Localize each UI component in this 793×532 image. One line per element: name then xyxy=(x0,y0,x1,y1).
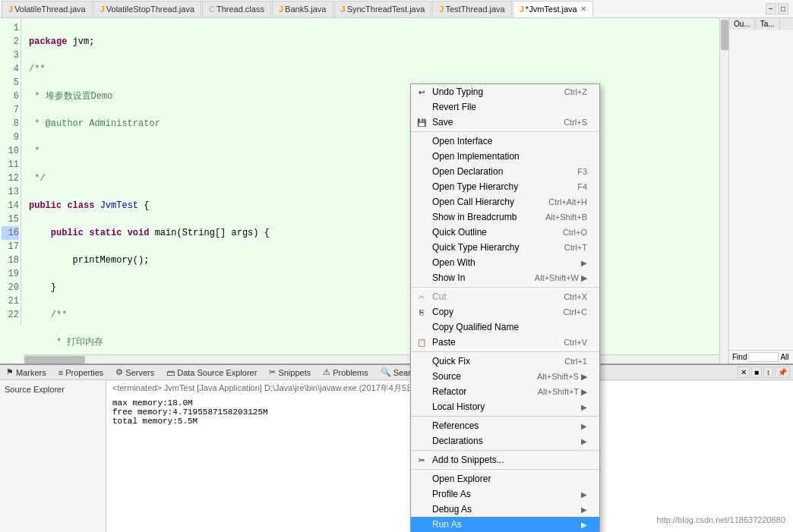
submenu-arrow: ▶ xyxy=(581,403,587,411)
menu-item-paste[interactable]: 📋 Paste Ctrl+V xyxy=(411,335,599,350)
menu-item-add-snippets[interactable]: ✂ Add to Snippets... xyxy=(411,452,599,467)
separator xyxy=(411,469,599,470)
shortcut: Ctrl+V xyxy=(564,338,587,347)
copy-icon: ⎘ xyxy=(415,306,428,318)
menu-label: References xyxy=(432,420,479,431)
menu-item-references[interactable]: References ▶ xyxy=(411,418,599,433)
submenu-arrow: ▶ xyxy=(581,490,587,499)
menu-label: Show in Breadcrumb xyxy=(432,212,517,222)
menu-item-revert[interactable]: Revert File xyxy=(411,99,599,115)
context-menu-overlay[interactable]: ↩ Undo Typing Ctrl+Z Revert File 💾 Save … xyxy=(0,0,793,532)
menu-label: Local History xyxy=(432,401,485,412)
shortcut: Ctrl+C xyxy=(564,307,587,316)
shortcut: Ctrl+T xyxy=(564,243,587,252)
menu-item-local-history[interactable]: Local History ▶ xyxy=(411,399,599,414)
menu-label: Copy xyxy=(432,307,453,317)
submenu-arrow: ▶ xyxy=(581,259,587,267)
menu-label: Revert File xyxy=(432,102,476,112)
menu-label: Profile As xyxy=(432,489,471,499)
menu-item-copy-qualified[interactable]: Copy Qualified Name xyxy=(411,320,599,335)
menu-item-cut[interactable]: ✂ Cut Ctrl+X xyxy=(411,289,599,304)
menu-item-open-declaration[interactable]: Open Declaration F3 xyxy=(411,164,599,179)
menu-item-show-in[interactable]: Show In Alt+Shift+W ▶ xyxy=(411,270,599,285)
menu-item-debug-as[interactable]: Debug As ▶ xyxy=(411,502,599,517)
submenu-arrow: ▶ xyxy=(581,422,587,430)
undo-icon: ↩ xyxy=(415,86,428,98)
submenu-arrow: ▶ xyxy=(581,437,587,445)
menu-label: Debug As xyxy=(432,504,472,515)
menu-label: Declarations xyxy=(432,436,483,446)
shortcut: F3 xyxy=(577,167,587,176)
shortcut: Ctrl+X xyxy=(564,292,587,301)
shortcut: Ctrl+1 xyxy=(564,357,587,366)
menu-label: Show In xyxy=(432,272,465,283)
menu-item-undo[interactable]: ↩ Undo Typing Ctrl+Z xyxy=(411,84,599,99)
menu-item-open-with[interactable]: Open With ▶ xyxy=(411,255,599,270)
menu-item-declarations[interactable]: Declarations ▶ xyxy=(411,433,599,449)
menu-label: Open Interface xyxy=(432,136,492,146)
submenu-arrow: ▶ xyxy=(581,505,587,514)
menu-label: Open Call Hierarchy xyxy=(432,197,514,207)
menu-item-quick-fix[interactable]: Quick Fix Ctrl+1 xyxy=(411,354,599,369)
shortcut: Alt+Shift+S ▶ xyxy=(537,372,587,382)
menu-label: Paste xyxy=(432,337,456,348)
menu-label: Open Implementation xyxy=(432,151,520,162)
cut-icon: ✂ xyxy=(415,291,428,303)
menu-item-source[interactable]: Source Alt+Shift+S ▶ xyxy=(411,369,599,384)
paste-icon: 📋 xyxy=(415,336,428,348)
submenu-arrow: ▶ xyxy=(581,521,587,529)
shortcut: F4 xyxy=(577,182,587,191)
shortcut: Alt+Shift+T ▶ xyxy=(538,387,587,397)
menu-item-profile-as[interactable]: Profile As ▶ xyxy=(411,486,599,502)
menu-label: Quick Type Hierarchy xyxy=(432,242,520,253)
menu-item-copy[interactable]: ⎘ Copy Ctrl+C xyxy=(411,304,599,320)
menu-label: Refactor xyxy=(432,386,466,397)
menu-label: Open Declaration xyxy=(432,166,503,177)
menu-item-open-type-hierarchy[interactable]: Open Type Hierarchy F4 xyxy=(411,179,599,194)
shortcut: Alt+Shift+W ▶ xyxy=(535,273,587,283)
save-icon: 💾 xyxy=(415,116,428,128)
menu-item-quick-type-hierarchy[interactable]: Quick Type Hierarchy Ctrl+T xyxy=(411,240,599,255)
menu-label: Open With xyxy=(432,257,475,268)
separator xyxy=(411,131,599,132)
separator xyxy=(411,450,599,451)
menu-label: Add to Snippets... xyxy=(432,455,504,465)
menu-item-open-explorer[interactable]: Open Explorer xyxy=(411,471,599,486)
menu-label: Open Type Hierarchy xyxy=(432,181,518,192)
context-menu: ↩ Undo Typing Ctrl+Z Revert File 💾 Save … xyxy=(410,83,600,532)
separator xyxy=(411,351,599,352)
shortcut: Ctrl+S xyxy=(564,118,587,127)
separator xyxy=(411,416,599,417)
menu-label: Quick Outline xyxy=(432,227,487,238)
shortcut: Alt+Shift+B xyxy=(545,212,587,222)
menu-label: Run As xyxy=(432,519,462,530)
shortcut: Ctrl+Z xyxy=(564,87,587,96)
menu-item-show-breadcrumb[interactable]: Show in Breadcrumb Alt+Shift+B xyxy=(411,209,599,225)
menu-item-open-call-hierarchy[interactable]: Open Call Hierarchy Ctrl+Alt+H xyxy=(411,194,599,209)
menu-item-run-as[interactable]: Run As ▶ ☕ 1 Java Application Alt+Shift+… xyxy=(411,517,599,532)
menu-item-open-implementation[interactable]: Open Implementation xyxy=(411,149,599,164)
snippet-icon: ✂ xyxy=(415,454,428,466)
menu-item-open-interface[interactable]: Open Interface xyxy=(411,134,599,149)
menu-label: Save xyxy=(432,117,453,127)
menu-label: Source xyxy=(432,371,461,382)
menu-label: Open Explorer xyxy=(432,474,491,484)
menu-label: Cut xyxy=(432,291,447,302)
menu-label: Undo Typing xyxy=(432,87,483,97)
menu-item-quick-outline[interactable]: Quick Outline Ctrl+O xyxy=(411,225,599,240)
shortcut: Ctrl+Alt+H xyxy=(548,197,587,206)
menu-label: Quick Fix xyxy=(432,356,470,367)
menu-item-refactor[interactable]: Refactor Alt+Shift+T ▶ xyxy=(411,384,599,399)
menu-item-save[interactable]: 💾 Save Ctrl+S xyxy=(411,115,599,130)
shortcut: Ctrl+O xyxy=(563,228,587,237)
menu-label: Copy Qualified Name xyxy=(432,322,519,332)
separator xyxy=(411,287,599,288)
